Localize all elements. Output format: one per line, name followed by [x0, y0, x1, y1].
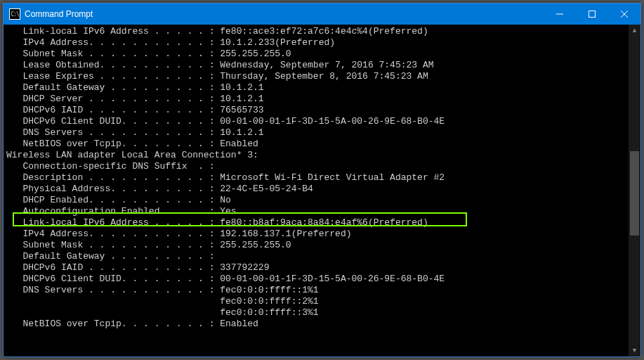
terminal-line: DHCP Server . . . . . . . . . . . : 10.1… [6, 94, 626, 105]
terminal-line: DNS Servers . . . . . . . . . . . : 10.1… [6, 127, 626, 139]
window-title: Command Prompt [25, 9, 544, 19]
terminal-line: DHCP Enabled. . . . . . . . . . . : No [6, 195, 626, 206]
terminal-line: IPv4 Address. . . . . . . . . . . : 10.1… [6, 37, 626, 49]
terminal-line: Lease Expires . . . . . . . . . . : Thur… [6, 71, 626, 82]
terminal-line: fec0:0:0:ffff::3%1 [6, 307, 626, 319]
titlebar[interactable]: C:\ Command Prompt [4, 4, 640, 25]
terminal-line: Default Gateway . . . . . . . . . : [6, 251, 626, 262]
maximize-icon [589, 11, 596, 18]
terminal-area: Link-local IPv6 Address . . . . . : fe80… [4, 25, 640, 356]
terminal-line: Subnet Mask . . . . . . . . . . . : 255.… [6, 49, 626, 60]
close-icon [621, 11, 628, 18]
minimize-icon [556, 11, 563, 18]
terminal-line: Link-local IPv6 Address . . . . . : fe80… [6, 26, 626, 37]
maximize-button[interactable] [576, 4, 608, 25]
terminal-line: DNS Servers . . . . . . . . . . . : fec0… [6, 285, 626, 296]
terminal-output[interactable]: Link-local IPv6 Address . . . . . : fe80… [4, 25, 629, 356]
terminal-line: Description . . . . . . . . . . . : Micr… [6, 172, 626, 184]
terminal-line: NetBIOS over Tcpip. . . . . . . . : Enab… [6, 319, 626, 330]
scroll-up-icon[interactable]: ▲ [629, 25, 640, 37]
terminal-line: IPv4 Address. . . . . . . . . . . : 192.… [6, 229, 626, 240]
terminal-line: Default Gateway . . . . . . . . . : 10.1… [6, 82, 626, 94]
terminal-line: DHCPv6 Client DUID. . . . . . . . : 00-0… [6, 116, 626, 127]
terminal-line: Autoconfiguration Enabled . . . . : Yes [6, 206, 626, 217]
physical-address-line: Physical Address. . . . . . . . . : 22-4… [6, 184, 626, 195]
terminal-line: fec0:0:0:ffff::2%1 [6, 296, 626, 307]
terminal-line: DHCPv6 IAID . . . . . . . . . . . : 7656… [6, 105, 626, 116]
terminal-line: DHCPv6 Client DUID. . . . . . . . : 00-0… [6, 274, 626, 285]
window-controls [544, 4, 640, 25]
adapter-header: Wireless LAN adapter Local Area Connecti… [6, 150, 626, 161]
terminal-line: Connection-specific DNS Suffix . : [6, 161, 626, 172]
scrollbar-thumb[interactable] [630, 151, 639, 236]
terminal-line: Link-local IPv6 Address . . . . . : fe80… [6, 217, 626, 229]
minimize-button[interactable] [544, 4, 576, 25]
close-button[interactable] [608, 4, 640, 25]
command-prompt-window: C:\ Command Prompt Link-local IPv6 Addre… [3, 3, 641, 357]
terminal-line: Subnet Mask . . . . . . . . . . . : 255.… [6, 240, 626, 251]
command-prompt-icon: C:\ [9, 8, 20, 20]
scroll-down-icon[interactable]: ▼ [629, 345, 640, 356]
svg-rect-1 [589, 11, 596, 18]
terminal-line: NetBIOS over Tcpip. . . . . . . . : Enab… [6, 139, 626, 150]
terminal-line: Lease Obtained. . . . . . . . . . : Wedn… [6, 60, 626, 71]
terminal-line: DHCPv6 IAID . . . . . . . . . . . : 3377… [6, 262, 626, 274]
scrollbar[interactable]: ▲ ▼ [629, 25, 640, 356]
